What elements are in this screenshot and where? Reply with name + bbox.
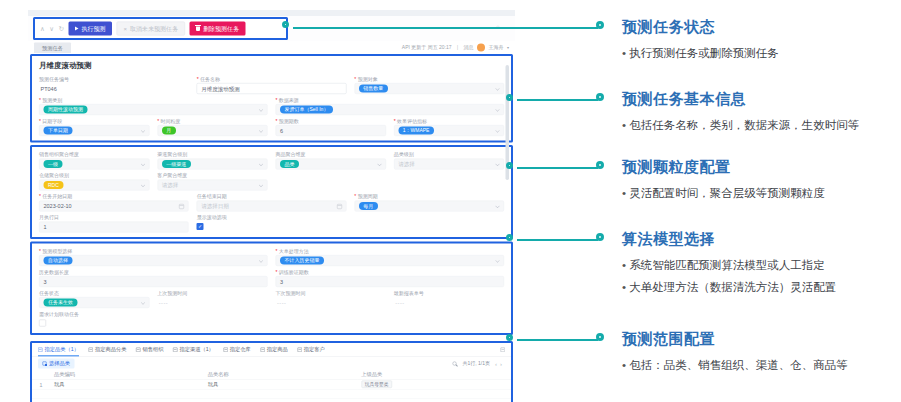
- time-granularity-select[interactable]: 月: [157, 125, 267, 136]
- task-name-input[interactable]: 月维度滚动预测: [197, 83, 347, 94]
- chevron-down-icon: [141, 162, 145, 166]
- field-show-rolling: 显示滚动选项: [197, 214, 347, 233]
- field-label: 大单处理方法: [276, 248, 505, 255]
- highlight-box-basic-info: 月维度滚动预测 预测任务编号 PT046 任务名称 月维度滚动预测 预测对象 销…: [30, 54, 513, 143]
- field-label: 商品聚合维度: [276, 151, 386, 158]
- value: ----: [277, 300, 286, 306]
- connector-dot-5: [596, 333, 604, 341]
- field-label: 显示滚动选项: [197, 214, 347, 221]
- connector-dot-2: [596, 93, 604, 101]
- cancel-future-forecast-button[interactable]: × 取消未来预测任务: [116, 22, 185, 36]
- table-empty-row: [32, 389, 511, 399]
- input-value: 月维度滚动预测: [201, 85, 240, 93]
- pagination-summary: 共1行, 1/1页: [462, 360, 490, 367]
- avatar[interactable]: [477, 44, 485, 52]
- report-no-value: ----: [394, 297, 504, 308]
- field-start-date: 任务开始日期 2023-02-10: [39, 193, 189, 212]
- input-value: 6: [280, 128, 283, 134]
- user-menu-caret-icon[interactable]: ▾: [507, 45, 509, 50]
- field-label: 预测类别: [39, 97, 268, 104]
- end-date-picker[interactable]: 请选择日期: [197, 201, 347, 212]
- user-name[interactable]: 王海舟: [488, 44, 503, 51]
- field-label: 预测期数: [276, 118, 386, 125]
- annotation-title: 预测任务状态: [622, 18, 894, 37]
- execute-forecast-button[interactable]: 执行预测: [68, 22, 112, 36]
- tab-sales-org[interactable]: 销售组织: [136, 343, 164, 356]
- big-order-method-select[interactable]: 不计入历史销量: [276, 255, 505, 266]
- tag: 一级渠道: [162, 160, 191, 168]
- chip-label: 选择品类: [49, 360, 70, 367]
- forecast-cycle-select[interactable]: 每月: [354, 201, 504, 212]
- data-source-select[interactable]: 发货订单（Sell In）: [276, 104, 505, 115]
- tab-label: 指定渠道（1）: [179, 346, 213, 353]
- customer-level-select[interactable]: 请选择: [157, 180, 267, 191]
- forecast-category-select[interactable]: 周期性滚动预测: [39, 104, 268, 115]
- messages-link[interactable]: 消息: [463, 44, 473, 51]
- start-date-picker[interactable]: 2023-02-10: [39, 201, 189, 212]
- history-length-input[interactable]: 3: [39, 276, 268, 287]
- tag: 销售数量: [359, 85, 388, 93]
- execute-label: 执行预测: [81, 24, 105, 33]
- connector-line-5: [517, 339, 598, 341]
- linked-plan-checkbox[interactable]: [39, 320, 46, 327]
- collapse-down-icon[interactable]: ∨: [49, 25, 54, 33]
- field-forecast-cycle: 预测周期 每月: [354, 193, 504, 212]
- forecast-target-select[interactable]: 销售数量: [354, 83, 504, 94]
- warehouse-level-select[interactable]: RDC: [39, 180, 149, 191]
- task-status-select[interactable]: 任务未生效: [39, 297, 149, 308]
- tab-channel[interactable]: 指定渠道（1）: [173, 343, 214, 356]
- field-label: 客户聚合维度: [157, 172, 267, 179]
- table-header-row: 品类编码 品类名称 上级品类: [32, 370, 511, 380]
- chevron-down-icon: [259, 107, 263, 111]
- eval-metric-select[interactable]: 1：WMAPE: [394, 125, 504, 136]
- field-model-select: 预测模型选择 自动选择: [39, 248, 268, 267]
- tab-warehouse[interactable]: 指定仓库: [223, 343, 251, 356]
- product-level-select[interactable]: 品类: [276, 159, 386, 170]
- panel-settings-icon[interactable]: [501, 347, 506, 352]
- annotation-scope: 预测范围配置 包括：品类、销售组织、渠道、仓、商品等: [622, 330, 894, 373]
- chevron-down-icon: [495, 204, 499, 208]
- tab-product[interactable]: 指定商品: [260, 343, 288, 356]
- annotation-bullet: 灵活配置时间，聚合层级等预测颗粒度: [622, 186, 894, 201]
- sales-org-level-select[interactable]: 一级: [39, 159, 149, 170]
- field-label: 任务结束日期: [197, 193, 347, 200]
- search-icon[interactable]: [452, 361, 456, 365]
- table-row[interactable]: 1 玩具 玩具 玩具母婴类: [32, 380, 511, 390]
- collapse-up-icon[interactable]: ∧: [40, 25, 45, 33]
- field-label: 仓储聚合级别: [39, 172, 149, 179]
- delete-forecast-button[interactable]: 删除预测任务: [189, 22, 245, 36]
- rolling-checkbox[interactable]: [197, 223, 204, 230]
- tab-category[interactable]: 指定品类（1）: [38, 343, 79, 356]
- exec-day-input[interactable]: 1: [39, 222, 189, 233]
- tab-forecast-task[interactable]: 预测任务: [34, 42, 71, 53]
- trash-icon: [196, 26, 200, 31]
- field-time-granularity: 时间粒度 月: [157, 118, 267, 137]
- refresh-icon[interactable]: ↻: [59, 25, 64, 33]
- forecast-periods-input[interactable]: 6: [276, 125, 386, 136]
- field-label: 历史数据长度: [39, 269, 268, 276]
- annotation-basic-info: 预测任务基本信息 包括任务名称，类别，数据来源，生效时间等: [622, 90, 894, 133]
- tag: 1：WMAPE: [398, 127, 434, 135]
- model-select[interactable]: 自动选择: [39, 255, 268, 266]
- tab-label: 指定商品: [267, 346, 288, 353]
- validation-periods-input[interactable]: 3: [276, 276, 505, 287]
- field-validation-periods: 训练验证期数 3: [276, 269, 505, 288]
- annotation-bullet: 系统智能匹配预测算法模型或人工指定: [622, 258, 894, 273]
- channel-level-select[interactable]: 一级渠道: [157, 159, 267, 170]
- field-category-level: 品类级别 请选择: [394, 151, 504, 170]
- date-field-select[interactable]: 下单日期: [39, 125, 149, 136]
- col-parent-category: 上级品类: [357, 370, 511, 380]
- field-warehouse-level: 仓储聚合级别 RDC: [39, 172, 149, 191]
- date-value: 2023-02-10: [44, 203, 72, 209]
- field-big-order-method: 大单处理方法 不计入历史销量: [276, 248, 505, 267]
- page-next-icon[interactable]: ›: [500, 360, 505, 367]
- tag: 不计入历史销量: [280, 257, 324, 265]
- tag: 一级: [44, 160, 63, 168]
- select-category-button[interactable]: 选择品类: [38, 358, 75, 368]
- category-level-select[interactable]: 请选择: [394, 159, 504, 170]
- tab-customer[interactable]: 指定客户: [297, 343, 325, 356]
- tab-product-class[interactable]: 指定商品分类: [88, 343, 126, 356]
- next-run-value: ----: [276, 297, 386, 308]
- meta-separator: ｜: [455, 44, 460, 51]
- field-eval-metric: 效果评估指标 1：WMAPE: [394, 118, 504, 137]
